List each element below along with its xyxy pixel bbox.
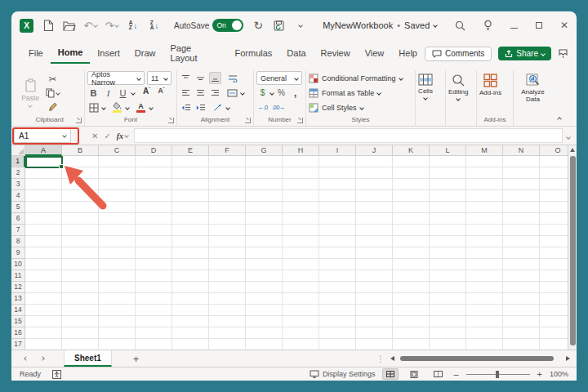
new-sheet-button[interactable]: + bbox=[133, 353, 140, 365]
row-header-12[interactable]: 12 bbox=[11, 282, 25, 293]
redo-button[interactable]: ↷ bbox=[104, 17, 120, 33]
column-header-b[interactable]: B bbox=[62, 145, 99, 156]
bold-button[interactable]: B bbox=[87, 87, 100, 99]
zoom-slider-thumb[interactable] bbox=[496, 371, 499, 378]
row-header-11[interactable]: 11 bbox=[11, 270, 25, 282]
column-header-e[interactable]: E bbox=[172, 145, 209, 156]
ribbon-display-options-button[interactable] bbox=[558, 49, 568, 59]
accessibility-checker-button[interactable] bbox=[52, 370, 61, 379]
number-dialog-launcher-icon[interactable] bbox=[297, 118, 303, 123]
merge-dropdown-icon[interactable] bbox=[240, 91, 245, 96]
decrease-indent-button[interactable] bbox=[180, 101, 192, 114]
fill-color-button[interactable] bbox=[111, 102, 123, 113]
whats-new-button[interactable] bbox=[483, 20, 492, 31]
align-right-button[interactable] bbox=[209, 87, 221, 99]
middle-align-button[interactable] bbox=[194, 72, 207, 84]
name-box[interactable]: A1 bbox=[14, 128, 71, 143]
top-align-button[interactable] bbox=[180, 72, 192, 84]
font-color-button[interactable]: A bbox=[135, 103, 147, 113]
borders-button[interactable] bbox=[87, 101, 100, 114]
row-header-1[interactable]: 1 bbox=[11, 156, 25, 167]
borders-dropdown-icon[interactable] bbox=[101, 105, 106, 110]
excel-app-icon[interactable]: X bbox=[20, 19, 33, 33]
column-header-n[interactable]: N bbox=[503, 145, 540, 156]
column-header-l[interactable]: L bbox=[430, 145, 466, 156]
tab-help[interactable]: Help bbox=[391, 44, 425, 63]
prev-sheet-button[interactable] bbox=[24, 356, 29, 361]
paste-button[interactable]: Paste bbox=[17, 71, 43, 114]
merge-center-button[interactable] bbox=[226, 87, 238, 99]
formula-input[interactable] bbox=[134, 128, 563, 143]
analyze-data-button[interactable]: Analyze Data bbox=[516, 71, 550, 114]
undo-button[interactable]: ↶ bbox=[82, 17, 99, 33]
column-header-a[interactable]: A bbox=[25, 145, 62, 156]
refresh-button[interactable]: ↻ bbox=[250, 17, 266, 33]
vertical-scrollbar[interactable] bbox=[568, 145, 577, 350]
row-header-6[interactable]: 6 bbox=[11, 213, 25, 225]
row-header-3[interactable]: 3 bbox=[11, 179, 25, 190]
font-color-dropdown-icon[interactable] bbox=[149, 105, 154, 110]
tab-home[interactable]: Home bbox=[51, 43, 91, 64]
vertical-scroll-thumb[interactable] bbox=[570, 156, 576, 345]
select-all-corner[interactable] bbox=[11, 145, 25, 156]
editing-button[interactable]: Editing bbox=[448, 71, 468, 114]
row-header-17[interactable]: 17 bbox=[11, 339, 25, 350]
accounting-format-button[interactable]: $ bbox=[256, 87, 269, 99]
tab-file[interactable]: File bbox=[21, 44, 51, 63]
zoom-in-button[interactable]: + bbox=[537, 369, 542, 379]
cell-styles-button[interactable]: Cell Styles bbox=[309, 100, 363, 114]
number-format-select[interactable]: General bbox=[256, 71, 302, 85]
collapse-ribbon-button[interactable] bbox=[552, 70, 567, 126]
comma-style-button[interactable]: , bbox=[289, 87, 301, 99]
font-dialog-launcher-icon[interactable] bbox=[168, 118, 174, 123]
qat-overflow-button[interactable] bbox=[292, 17, 309, 33]
row-header-9[interactable]: 9 bbox=[11, 247, 25, 259]
horizontal-scroll-thumb[interactable] bbox=[400, 356, 554, 361]
orientation-dropdown-icon[interactable] bbox=[225, 105, 230, 110]
next-sheet-button[interactable] bbox=[40, 356, 45, 361]
cut-button[interactable]: ✂ bbox=[46, 73, 60, 85]
underline-dropdown-icon[interactable] bbox=[131, 91, 136, 96]
format-painter-button[interactable] bbox=[46, 100, 60, 113]
zoom-out-button[interactable]: – bbox=[453, 369, 458, 379]
sort-ascending-button[interactable]: AZ ↓ bbox=[125, 17, 141, 33]
scroll-up-arrow[interactable] bbox=[570, 148, 575, 152]
normal-view-button[interactable] bbox=[382, 368, 399, 380]
conditional-formatting-button[interactable]: Conditional Formatting bbox=[309, 71, 403, 85]
page-layout-view-button[interactable] bbox=[406, 368, 422, 380]
sheet-bar-resize-handle[interactable]: ⋮ bbox=[376, 354, 385, 363]
percent-style-button[interactable]: % bbox=[275, 87, 287, 99]
enter-button[interactable]: ✓ bbox=[104, 131, 110, 140]
tab-formulas[interactable]: Formulas bbox=[228, 44, 280, 63]
format-as-table-button[interactable]: Format as Table bbox=[309, 86, 381, 100]
new-file-button[interactable] bbox=[40, 17, 56, 33]
maximize-button[interactable] bbox=[536, 20, 542, 30]
expand-formula-bar-button[interactable] bbox=[563, 131, 574, 140]
sheet-tab-sheet1[interactable]: Sheet1 bbox=[64, 350, 112, 367]
row-header-10[interactable]: 10 bbox=[11, 259, 25, 270]
column-header-h[interactable]: H bbox=[283, 145, 319, 156]
close-button[interactable]: ✕ bbox=[560, 20, 568, 31]
column-header-f[interactable]: F bbox=[209, 145, 246, 156]
column-header-o[interactable]: O bbox=[540, 145, 568, 156]
wrap-text-button[interactable] bbox=[226, 72, 238, 84]
row-header-15[interactable]: 15 bbox=[11, 316, 25, 327]
minimize-button[interactable] bbox=[510, 20, 518, 30]
italic-button[interactable]: I bbox=[102, 87, 114, 99]
zoom-slider[interactable] bbox=[466, 374, 530, 375]
row-header-7[interactable]: 7 bbox=[11, 225, 25, 236]
orientation-button[interactable] bbox=[212, 101, 224, 114]
accounting-dropdown-icon[interactable] bbox=[270, 91, 274, 96]
page-break-preview-button[interactable] bbox=[430, 368, 446, 380]
insert-function-button[interactable]: fx bbox=[117, 131, 128, 140]
workbook-title[interactable]: MyNewWorkbook • Saved bbox=[323, 20, 437, 30]
clipboard-dialog-launcher-icon[interactable] bbox=[76, 118, 82, 123]
column-header-c[interactable]: C bbox=[99, 145, 136, 156]
column-header-k[interactable]: K bbox=[393, 145, 430, 156]
open-file-button[interactable] bbox=[61, 17, 78, 33]
display-settings-button[interactable]: Display Settings bbox=[310, 370, 376, 378]
increase-decimal-button[interactable]: ←.0 bbox=[256, 101, 269, 114]
font-name-select[interactable]: Aptos Narrow bbox=[87, 71, 145, 85]
tab-review[interactable]: Review bbox=[314, 44, 358, 63]
save-sync-button[interactable] bbox=[271, 17, 287, 33]
